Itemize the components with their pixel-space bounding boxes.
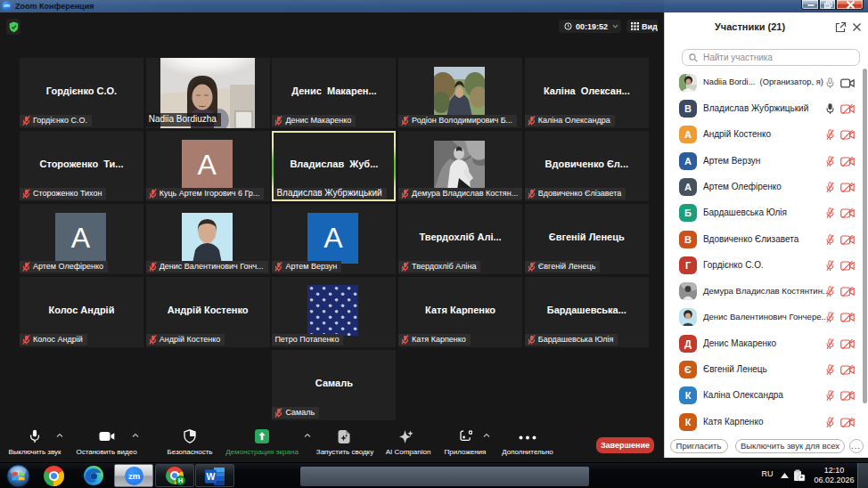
svg-text:W: W — [207, 471, 216, 482]
